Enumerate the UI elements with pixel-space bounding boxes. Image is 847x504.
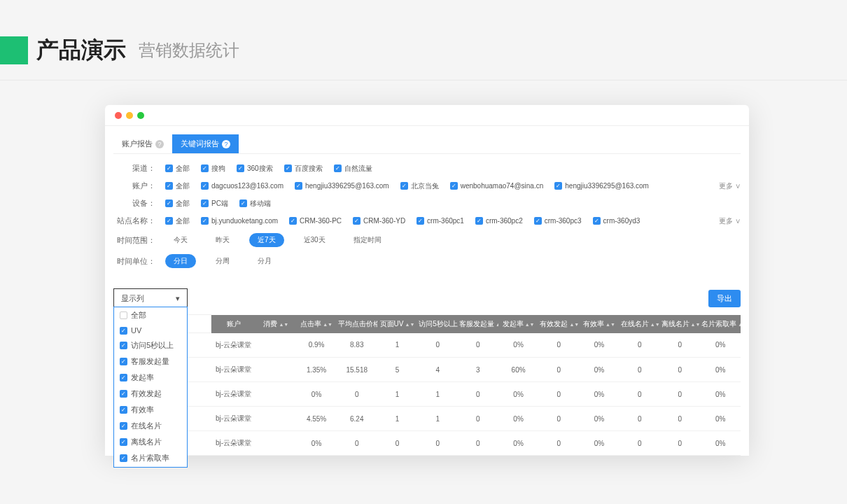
column-header[interactable]: 离线名片▲▼ bbox=[660, 315, 701, 333]
show-columns-dropdown[interactable]: 显示列 ▾ bbox=[113, 288, 188, 309]
filter-checkbox[interactable]: ✓ 百度搜索 bbox=[284, 164, 323, 174]
checkbox-icon: ✓ bbox=[165, 164, 173, 172]
table-cell: 0 bbox=[417, 333, 458, 358]
column-option[interactable]: ✓ 离线名片 bbox=[114, 434, 187, 450]
filter-pill[interactable]: 近30天 bbox=[295, 233, 334, 247]
filter-checkbox[interactable]: ✓ 全部 bbox=[165, 181, 190, 191]
filter-row: 时间范围： 今天昨天近7天近30天指定时间 bbox=[113, 230, 741, 251]
column-option[interactable]: ✓ 名片索取率 bbox=[114, 450, 187, 466]
filter-checkbox[interactable]: ✓ crm-360pc3 bbox=[534, 217, 582, 225]
sort-icon[interactable]: ▲▼ bbox=[279, 323, 288, 326]
filter-pill[interactable]: 指定时间 bbox=[345, 233, 390, 247]
filter-checkbox[interactable]: ✓ 搜狗 bbox=[201, 164, 225, 174]
columns-menu[interactable]: 全部 ✓ UV ✓ 访问5秒以上 ✓ 客服发起量 ✓ 发起率 ✓ 有效发起 ✓ … bbox=[113, 307, 188, 468]
filter-checkbox[interactable]: ✓ 全部 bbox=[165, 199, 190, 209]
more-link[interactable]: 更多 ∨ bbox=[719, 181, 741, 191]
filter-checkbox[interactable]: ✓ crm-360pc2 bbox=[475, 217, 523, 225]
filter-checkbox[interactable]: ✓ 360搜索 bbox=[237, 164, 273, 174]
table-row[interactable]: 堂bj-云朵课堂4.55%6.241100%00%000% bbox=[114, 407, 741, 431]
column-option[interactable]: ✓ 在线名片 bbox=[114, 418, 187, 434]
help-icon[interactable]: ? bbox=[155, 140, 164, 148]
filter-checkbox[interactable]: ✓ crm-360pc1 bbox=[416, 217, 464, 225]
table-row[interactable]: bj-云朵课堂0%00000%00%000% bbox=[114, 431, 741, 456]
checkbox-icon: ✓ bbox=[120, 342, 127, 349]
checkbox-icon: ✓ bbox=[284, 164, 292, 172]
filter-checkbox[interactable]: ✓ 北京当兔 bbox=[400, 181, 439, 191]
checkbox-label: 百度搜索 bbox=[295, 164, 323, 174]
filter-checkbox[interactable]: ✓ 全部 bbox=[165, 164, 190, 174]
column-option[interactable]: ✓ 有效率 bbox=[114, 402, 187, 418]
column-header[interactable]: 有效发起▲▼ bbox=[538, 315, 579, 333]
checkbox-icon: ✓ bbox=[120, 454, 127, 462]
tab-account-report[interactable]: 账户报告 ? bbox=[113, 134, 172, 153]
filter-pill[interactable]: 今天 bbox=[165, 233, 196, 247]
column-option[interactable]: ✓ 发起率 bbox=[114, 370, 187, 386]
column-header[interactable]: 发起率▲▼ bbox=[498, 315, 539, 333]
table-row[interactable]: 堂bj-云朵课堂1.35%15.51854360%00%000% bbox=[114, 358, 741, 382]
page-header: 产品演示 营销数据统计 bbox=[0, 0, 847, 80]
checkbox-icon: ✓ bbox=[534, 217, 542, 225]
table-cell: 0 bbox=[660, 333, 701, 358]
column-option[interactable]: ✓ UV bbox=[114, 323, 187, 337]
filter-checkbox[interactable]: ✓ CRM-360-YD bbox=[353, 217, 405, 225]
filter-checkbox[interactable]: ✓ 全部 bbox=[165, 216, 190, 226]
column-header[interactable]: 平均点击价格(元)▲▼ bbox=[337, 315, 377, 333]
filter-label: 账户： bbox=[113, 181, 155, 191]
column-option[interactable]: 有效名片 bbox=[114, 466, 187, 468]
sort-icon[interactable]: ▲▼ bbox=[738, 323, 741, 326]
filter-checkbox[interactable]: ✓ PC端 bbox=[201, 199, 228, 209]
column-option[interactable]: ✓ 客服发起量 bbox=[114, 354, 187, 370]
sort-icon[interactable]: ▲▼ bbox=[606, 323, 615, 326]
filter-checkbox[interactable]: ✓ 移动端 bbox=[239, 199, 271, 209]
maximize-icon[interactable] bbox=[137, 112, 144, 119]
filter-pill[interactable]: 分周 bbox=[207, 254, 238, 268]
column-header[interactable]: 访问5秒以上▲▼ bbox=[417, 315, 458, 333]
column-header[interactable]: 名片索取率▲▼ bbox=[700, 315, 741, 333]
checkbox-label: 搜狗 bbox=[211, 164, 225, 174]
sort-icon[interactable]: ▲▼ bbox=[323, 323, 332, 326]
export-button[interactable]: 导出 bbox=[708, 290, 741, 307]
table-row[interactable]: 堂bj-云朵课堂0.9%8.831000%00%000% bbox=[114, 333, 741, 358]
column-option[interactable]: ✓ 访问5秒以上 bbox=[114, 337, 187, 354]
table-cell: 15.518 bbox=[337, 358, 377, 382]
sort-icon[interactable]: ▲▼ bbox=[405, 323, 415, 326]
table-cell: 4 bbox=[417, 358, 458, 382]
filter-checkbox[interactable]: ✓ 自然流量 bbox=[334, 164, 372, 174]
sort-icon[interactable]: ▲▼ bbox=[650, 323, 660, 326]
sort-icon[interactable]: ▲▼ bbox=[569, 323, 579, 326]
filter-pill[interactable]: 分月 bbox=[249, 254, 280, 268]
filter-checkbox[interactable]: ✓ wenbohuamao74@sina.cn bbox=[450, 182, 544, 190]
filter-checkbox[interactable]: ✓ crm-360yd3 bbox=[593, 217, 640, 225]
table-row[interactable]: 堂bj-云朵课堂0%01100%00%000% bbox=[114, 382, 741, 407]
filter-pill[interactable]: 分日 bbox=[165, 254, 196, 268]
table-cell: 0% bbox=[579, 382, 620, 407]
column-option[interactable]: ✓ 有效发起 bbox=[114, 386, 187, 402]
column-header[interactable]: 页面UV▲▼ bbox=[377, 315, 418, 333]
filter-checkbox[interactable]: ✓ hengjiu3396295@163.com bbox=[554, 182, 649, 190]
filter-checkbox[interactable]: ✓ dagcuos123@163.com bbox=[201, 182, 284, 190]
close-icon[interactable] bbox=[115, 112, 122, 119]
more-link[interactable]: 更多 ∨ bbox=[719, 216, 741, 226]
column-header[interactable]: 在线名片▲▼ bbox=[620, 315, 660, 333]
minimize-icon[interactable] bbox=[126, 112, 133, 119]
checkbox-icon: ✓ bbox=[416, 217, 424, 225]
filter-pill[interactable]: 近7天 bbox=[249, 233, 284, 247]
column-header[interactable]: 消费▲▼ bbox=[256, 315, 297, 333]
column-header[interactable]: 客服发起量▲▼ bbox=[458, 315, 498, 333]
help-icon[interactable]: ? bbox=[222, 140, 230, 148]
tab-keyword-report[interactable]: 关键词报告 ? bbox=[172, 134, 239, 153]
column-option[interactable]: 全部 bbox=[114, 307, 187, 323]
sort-icon[interactable]: ▲▼ bbox=[525, 323, 535, 326]
filter-checkbox[interactable]: ✓ bj.yunduoketang.com bbox=[201, 217, 278, 225]
filter-checkbox[interactable]: ✓ hengjiu3396295@163.com bbox=[295, 182, 389, 190]
table-cell: 0% bbox=[498, 333, 539, 358]
column-header[interactable]: 账户 bbox=[211, 315, 255, 333]
column-header[interactable]: 点击率▲▼ bbox=[296, 315, 337, 333]
filter-checkbox[interactable]: ✓ CRM-360-PC bbox=[289, 217, 342, 225]
filter-pill[interactable]: 昨天 bbox=[207, 233, 238, 247]
column-header[interactable]: 有效率▲▼ bbox=[579, 315, 620, 333]
accent-block bbox=[0, 36, 28, 64]
table-cell: 0 bbox=[620, 333, 660, 358]
sort-icon[interactable]: ▲▼ bbox=[691, 323, 701, 326]
checkbox-icon bbox=[120, 312, 127, 319]
